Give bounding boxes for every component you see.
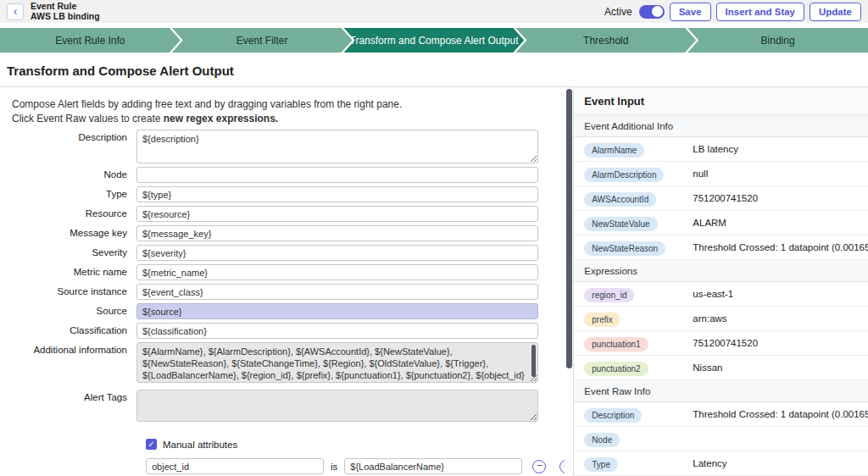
event-row[interactable]: prefix arn:aws (574, 307, 868, 331)
variable-tag[interactable]: punctuation2 (584, 362, 648, 376)
event-raw-info-rows: Description Threshold Crossed: 1 datapoi… (574, 402, 868, 476)
event-row[interactable]: punctuation2 Nissan (574, 356, 868, 380)
tag-column: AlarmDescription (584, 166, 693, 182)
variable-value[interactable]: us-east-1 (693, 289, 868, 299)
additional-information-wrap: ${AlarmName}, ${AlarmDescription}, ${AWS… (136, 342, 538, 386)
variable-value[interactable]: Latency (693, 458, 868, 468)
variable-value[interactable]: LB latency (693, 144, 868, 154)
textarea-scrollbar-thumb[interactable] (531, 345, 536, 377)
wizard-step-label: Transform and Compose Alert Output (350, 35, 519, 47)
field-label: Alert Tags (0, 390, 136, 402)
classification-field[interactable] (136, 323, 538, 339)
variable-tag[interactable]: AlarmName (584, 143, 644, 158)
intro-text: Compose Alert fields by adding free text… (12, 97, 573, 126)
page-title-block: Event Rule AWS LB binding (31, 2, 100, 21)
wizard-step-binding[interactable]: Binding (687, 28, 868, 53)
variable-value[interactable]: Threshold Crossed: 1 datapoint (0.001652… (693, 409, 868, 419)
variable-value[interactable]: null (693, 169, 868, 179)
wizard-step-event-filter[interactable]: Event Filter (172, 28, 353, 53)
active-label: Active (604, 6, 632, 18)
form-row: Description ${description} (0, 130, 573, 163)
event-row[interactable]: Description Threshold Crossed: 1 datapoi… (574, 402, 868, 427)
tag-column: region_id (584, 286, 693, 302)
alert-tags-field[interactable] (136, 390, 538, 422)
field-label: Type (0, 186, 136, 199)
metric-name-field[interactable] (136, 264, 538, 280)
event-row[interactable]: NewStateReason Threshold Crossed: 1 data… (574, 235, 868, 260)
expressions-rows: region_id us-east-1 prefix arn:aws punct… (574, 282, 868, 380)
variable-tag[interactable]: AlarmDescription (584, 168, 664, 182)
wizard-step-transform-compose[interactable]: Transform and Compose Alert Output (344, 28, 525, 53)
event-row[interactable]: AWSAccountId 751200741520 (574, 186, 868, 211)
tag-column: AWSAccountId (584, 191, 693, 207)
manual-attributes-checkbox[interactable]: ✓ (146, 439, 157, 450)
update-button[interactable]: Update (810, 3, 861, 21)
active-toggle[interactable] (639, 5, 665, 19)
event-row[interactable]: Node (574, 427, 868, 451)
variable-tag[interactable]: NewStateValue (584, 217, 657, 231)
tag-column: NewStateReason (584, 240, 693, 256)
tag-column: Type (584, 456, 693, 472)
save-button[interactable]: Save (670, 3, 711, 21)
variable-tag[interactable]: Node (584, 433, 620, 447)
remove-attribute-button[interactable]: − (532, 460, 546, 473)
form-row: Source (0, 303, 573, 319)
main-scrollbar-track[interactable] (565, 87, 573, 476)
type-field[interactable] (136, 186, 538, 202)
field-label: Classification (0, 323, 136, 335)
event-row[interactable]: punctuation1 751200741520 (574, 331, 868, 356)
attribute-name-input[interactable] (146, 458, 324, 474)
source-field[interactable] (136, 303, 538, 319)
intro-line-2-text: Click Event Raw values to create (12, 113, 164, 125)
insert-and-stay-button[interactable]: Insert and Stay (716, 3, 804, 21)
entity-type-title: Event Rule (31, 2, 100, 12)
form-row: Alert Tags (0, 390, 573, 422)
attribute-value-input[interactable] (344, 458, 522, 474)
check-icon: ✓ (147, 440, 154, 449)
event-row[interactable]: AlarmName LB latency (574, 137, 868, 162)
variable-tag[interactable]: prefix (584, 313, 620, 327)
form-row: Additional information ${AlarmName}, ${A… (0, 342, 573, 386)
variable-value[interactable]: Threshold Crossed: 1 datapoint (0.001652… (693, 242, 868, 252)
event-row[interactable]: AlarmDescription null (574, 162, 868, 186)
top-bar: ‹ Event Rule AWS LB binding Active Save … (0, 0, 868, 23)
event-row[interactable]: NewStateValue ALARM (574, 211, 868, 235)
variable-tag[interactable]: AWSAccountId (584, 192, 656, 207)
content: Compose Alert fields by adding free text… (0, 87, 868, 476)
variable-tag[interactable]: Type (584, 457, 618, 472)
variable-value[interactable]: 751200741520 (693, 338, 868, 348)
source-instance-field[interactable] (136, 284, 538, 300)
field-label: Additional information (0, 342, 136, 355)
form-row: Type (0, 186, 573, 202)
severity-field[interactable] (136, 245, 538, 261)
variable-tag[interactable]: region_id (584, 288, 634, 302)
variable-value[interactable]: Nissan (693, 363, 868, 373)
back-button[interactable]: ‹ (7, 3, 24, 20)
main-scrollbar-thumb[interactable] (566, 89, 572, 368)
variable-tag[interactable]: punctuation1 (584, 337, 648, 351)
toggle-knob-icon (652, 6, 663, 17)
event-input-pane: Event Input Event Additional Info AlarmN… (573, 87, 868, 476)
field-label: Source instance (0, 284, 136, 296)
event-row[interactable]: Type Latency (574, 451, 868, 476)
wizard-step-threshold[interactable]: Threshold (515, 28, 696, 53)
section-expressions: Expressions (574, 260, 868, 282)
description-field[interactable]: ${description} (136, 130, 538, 163)
form-row: Resource (0, 206, 573, 222)
additional-information-field[interactable]: ${AlarmName}, ${AlarmDescription}, ${AWS… (136, 342, 538, 383)
event-row[interactable]: region_id us-east-1 (574, 282, 868, 307)
top-bar-actions: Active Save Insert and Stay Update (604, 3, 861, 21)
variable-value[interactable]: 751200741520 (693, 193, 868, 203)
wizard-step-event-rule-info[interactable]: Event Rule Info (0, 28, 181, 53)
variable-tag[interactable]: NewStateReason (584, 241, 665, 256)
variable-value[interactable]: ALARM (693, 218, 868, 228)
intro-line-2-bold: new regex expressions. (164, 113, 278, 125)
node-field[interactable] (136, 167, 538, 183)
message-key-field[interactable] (136, 225, 538, 241)
variable-tag[interactable]: Description (584, 408, 642, 423)
variable-value[interactable]: arn:aws (693, 313, 868, 324)
attribute-connector-label: is (331, 462, 337, 472)
wizard-steps: Event Rule Info Event Filter Transform a… (0, 28, 868, 53)
tag-column: NewStateValue (584, 215, 693, 231)
resource-field[interactable] (136, 206, 538, 222)
